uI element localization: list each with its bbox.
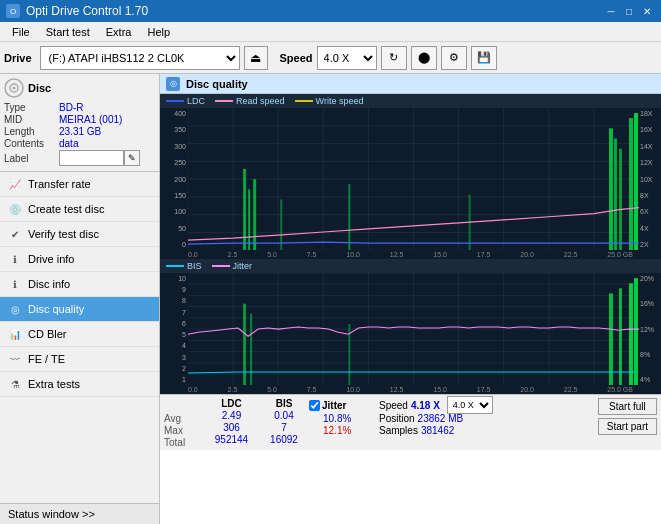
y-right-2x: 2X	[639, 241, 661, 248]
by-6: 6	[160, 320, 188, 327]
bx-20: 20.0	[520, 386, 534, 393]
settings-button[interactable]: ⚙	[441, 46, 467, 70]
maximize-button[interactable]: □	[621, 4, 637, 18]
nav-label-cd-bler: CD Bler	[28, 328, 67, 340]
svg-rect-26	[348, 184, 350, 250]
y-label-200: 200	[160, 176, 188, 183]
svg-rect-28	[609, 128, 613, 250]
status-window-button[interactable]: Status window >>	[0, 503, 159, 524]
ldc-max: 306	[223, 422, 240, 433]
stat-labels-col: Avg Max Total	[164, 398, 204, 448]
svg-rect-32	[634, 113, 638, 250]
svg-point-2	[13, 87, 16, 90]
read-speed-legend-label: Read speed	[236, 96, 285, 106]
nav-verify-test-disc[interactable]: ✔ Verify test disc	[0, 222, 159, 247]
nav-disc-quality[interactable]: ◎ Disc quality	[0, 297, 159, 322]
disc-type-row: Type BD-R	[4, 102, 155, 113]
nav-label-verify-test-disc: Verify test disc	[28, 228, 99, 240]
by-10: 10	[160, 275, 188, 282]
menu-extra[interactable]: Extra	[98, 24, 140, 40]
nav-label-transfer-rate: Transfer rate	[28, 178, 91, 190]
position-value: 23862 MB	[418, 413, 464, 424]
jitter-col: Jitter 10.8% 12.1%	[309, 398, 379, 436]
x-label-22-5: 22.5	[564, 251, 578, 258]
top-y-axis-left: 400 350 300 250 200 150 100 50 0	[160, 108, 188, 250]
nav-disc-info[interactable]: ℹ Disc info	[0, 272, 159, 297]
minimize-button[interactable]: ─	[603, 4, 619, 18]
y-right-16x: 16X	[639, 126, 661, 133]
refresh-button[interactable]: ↻	[381, 46, 407, 70]
menu-help[interactable]: Help	[139, 24, 178, 40]
disc-label-input[interactable]	[59, 150, 124, 166]
bx-0: 0.0	[188, 386, 198, 393]
extra-tests-icon: ⚗	[8, 377, 22, 391]
y-right-6x: 6X	[639, 208, 661, 215]
legend-ldc: LDC	[166, 96, 205, 106]
max-label: Max	[164, 425, 204, 436]
disc-quality-title: Disc quality	[186, 78, 248, 90]
eject-button[interactable]: ⏏	[244, 46, 268, 70]
disc-info-icon: ℹ	[8, 277, 22, 291]
main-area: Disc Type BD-R MID MEIRA1 (001) Length 2…	[0, 74, 661, 524]
jitter-max: 12.1%	[309, 425, 379, 436]
disc-header: Disc	[4, 78, 155, 98]
by-right-16: 16%	[639, 300, 661, 307]
nav-fe-te[interactable]: 〰 FE / TE	[0, 347, 159, 372]
drive-info-icon: ℹ	[8, 252, 22, 266]
y-label-50: 50	[160, 225, 188, 232]
disc-label-button[interactable]: ✎	[124, 150, 140, 166]
titlebar: O Opti Drive Control 1.70 ─ □ ✕	[0, 0, 661, 22]
jitter-legend-label: Jitter	[233, 261, 253, 271]
contents-label: Contents	[4, 138, 59, 149]
y-label-300: 300	[160, 143, 188, 150]
cd-bler-icon: 📊	[8, 327, 22, 341]
menu-file[interactable]: File	[4, 24, 38, 40]
disc-quality-icon: ◎	[166, 77, 180, 91]
svg-rect-23	[248, 189, 250, 250]
write-speed-line-icon	[295, 100, 313, 102]
nav-label-disc-quality: Disc quality	[28, 303, 84, 315]
sidebar: Disc Type BD-R MID MEIRA1 (001) Length 2…	[0, 74, 160, 524]
svg-rect-56	[619, 288, 622, 385]
menu-start-test[interactable]: Start test	[38, 24, 98, 40]
speed-select[interactable]: 4.0 X	[317, 46, 377, 70]
speed-stat-value: 4.18 X	[411, 400, 440, 411]
nav-transfer-rate[interactable]: 📈 Transfer rate	[0, 172, 159, 197]
ldc-avg: 2.49	[222, 410, 241, 421]
x-label-25: 25.0 GB	[607, 251, 633, 258]
x-label-10: 10.0	[346, 251, 360, 258]
mid-label: MID	[4, 114, 59, 125]
x-label-7-5: 7.5	[307, 251, 317, 258]
x-label-17-5: 17.5	[477, 251, 491, 258]
samples-row: Samples 381462	[379, 425, 594, 436]
ldc-total: 952144	[215, 434, 248, 445]
y-label-350: 350	[160, 126, 188, 133]
y-label-400: 400	[160, 110, 188, 117]
jitter-checkbox[interactable]	[309, 400, 320, 411]
type-label: Type	[4, 102, 59, 113]
bis-avg: 0.04	[274, 410, 293, 421]
top-x-axis: 0.0 2.5 5.0 7.5 10.0 12.5 15.0 17.5 20.0…	[160, 250, 661, 259]
nav-drive-info[interactable]: ℹ Drive info	[0, 247, 159, 272]
nav-create-test-disc[interactable]: 💿 Create test disc	[0, 197, 159, 222]
by-right-4: 4%	[639, 376, 661, 383]
by-right-20: 20%	[639, 275, 661, 282]
speed-stat-label: Speed	[379, 400, 408, 411]
close-button[interactable]: ✕	[639, 4, 655, 18]
total-label: Total	[164, 437, 204, 448]
start-full-button[interactable]: Start full	[598, 398, 657, 415]
save-button[interactable]: 💾	[471, 46, 497, 70]
nav-cd-bler[interactable]: 📊 CD Bler	[0, 322, 159, 347]
y-right-4x: 4X	[639, 225, 661, 232]
start-part-button[interactable]: Start part	[598, 418, 657, 435]
svg-rect-31	[629, 118, 633, 250]
nav-label-disc-info: Disc info	[28, 278, 70, 290]
x-label-0: 0.0	[188, 251, 198, 258]
bx-12-5: 12.5	[390, 386, 404, 393]
action-buttons-col: Start full Start part	[594, 398, 657, 435]
drive-select[interactable]: (F:) ATAPI iHBS112 2 CL0K	[40, 46, 240, 70]
speed-stat-select[interactable]: 4.0 X	[447, 396, 493, 414]
nav-extra-tests[interactable]: ⚗ Extra tests	[0, 372, 159, 397]
burn-button[interactable]: ⬤	[411, 46, 437, 70]
legend-write-speed: Write speed	[295, 96, 364, 106]
